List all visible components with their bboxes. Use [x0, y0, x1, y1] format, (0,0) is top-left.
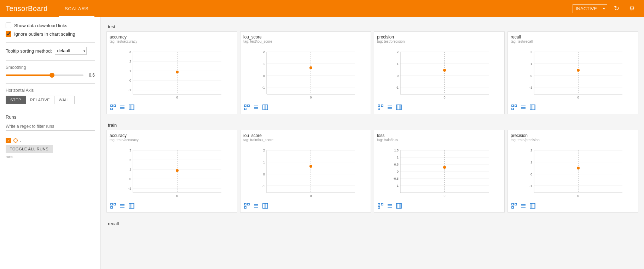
chart-train-iou: iou_score tag: train/iou_score 2 1 — [240, 130, 371, 213]
chart-icon[interactable] — [128, 202, 135, 209]
run-checkbox-all[interactable]: ✓ — [6, 138, 11, 143]
tooltip-row: Tooltip sorting method: default ascendin… — [6, 47, 95, 55]
svg-text:1: 1 — [129, 69, 131, 73]
svg-text:-1: -1 — [529, 86, 532, 89]
chart-area: 2 1 0 -1 0 — [377, 45, 501, 102]
show-download-row[interactable]: Show data download links — [6, 23, 95, 28]
svg-rect-16 — [114, 105, 116, 107]
expand-icon[interactable] — [377, 202, 384, 209]
svg-point-158 — [443, 166, 446, 169]
expand-icon[interactable] — [377, 104, 384, 111]
list-icon[interactable] — [520, 202, 527, 209]
chart-train-precision: precision tag: train/precision 2 1 — [507, 130, 638, 213]
svg-rect-111 — [111, 207, 112, 208]
svg-text:0: 0 — [530, 74, 532, 78]
expand-icon[interactable] — [110, 202, 117, 209]
list-icon[interactable] — [520, 104, 527, 111]
smoothing-slider[interactable] — [6, 74, 83, 76]
header-right: INACTIVEACTIVE ↻ ⚙ — [573, 2, 638, 15]
expand-icon[interactable] — [511, 104, 518, 111]
svg-rect-63 — [378, 108, 380, 110]
nav-scalars[interactable]: SCALARS — [59, 0, 94, 17]
svg-rect-39 — [248, 105, 249, 107]
svg-text:2: 2 — [530, 149, 532, 152]
smoothing-label: Smoothing — [6, 65, 95, 70]
svg-rect-40 — [244, 108, 246, 110]
refresh-button[interactable]: ↻ — [610, 2, 623, 15]
expand-icon[interactable] — [243, 202, 250, 209]
svg-rect-15 — [111, 105, 112, 107]
tooltip-section: Tooltip sorting method: default ascendin… — [6, 47, 95, 55]
chart-icon[interactable] — [262, 202, 269, 209]
chart-test-precision: precision tag: test/precision 2 1 — [374, 31, 505, 114]
svg-point-108 — [176, 169, 179, 172]
svg-rect-182 — [512, 203, 514, 205]
ignore-outliers-checkbox[interactable] — [6, 31, 11, 37]
chart-title: iou_score — [243, 35, 368, 40]
tooltip-select[interactable]: default ascending descending nearest — [55, 47, 87, 55]
chart-icon[interactable] — [529, 202, 536, 209]
chart-area: 2 1 0 -1 0 — [511, 45, 635, 102]
expand-icon[interactable] — [243, 104, 250, 111]
expand-icon[interactable] — [511, 202, 518, 209]
list-icon[interactable] — [253, 202, 260, 209]
svg-point-83 — [577, 69, 580, 72]
chart-area: 1.5 1 0.5 0 -0.5 -1 0 — [377, 143, 501, 201]
axis-step-button[interactable]: STEP — [6, 96, 26, 104]
svg-text:2: 2 — [129, 158, 131, 162]
run-dot[interactable] — [13, 138, 18, 143]
tooltip-select-wrap[interactable]: default ascending descending nearest — [55, 47, 87, 55]
smoothing-section: Smoothing 0.6 — [6, 65, 95, 78]
svg-text:0: 0 — [176, 194, 178, 198]
list-icon[interactable] — [386, 104, 393, 111]
ignore-outliers-row[interactable]: Ignore outliers in chart scaling — [6, 31, 95, 37]
svg-text:-1: -1 — [128, 88, 131, 92]
chart-toolbar — [243, 102, 368, 111]
settings-button[interactable]: ⚙ — [626, 2, 638, 15]
smoothing-row: 0.6 — [6, 73, 95, 78]
svg-text:1: 1 — [397, 62, 399, 66]
runs-filter-input[interactable] — [6, 122, 95, 131]
list-icon[interactable] — [253, 104, 260, 111]
chart-svg: 3 2 1 0 -1 0 — [110, 45, 234, 101]
train-charts-grid: accuracy tag: train/accuracy 3 2 — [106, 130, 638, 213]
divider-2 — [6, 60, 95, 61]
svg-text:2: 2 — [263, 50, 265, 54]
show-download-checkbox[interactable] — [6, 23, 11, 28]
svg-text:1: 1 — [129, 168, 131, 171]
svg-rect-184 — [512, 207, 514, 208]
list-icon[interactable] — [119, 104, 126, 111]
status-select[interactable]: INACTIVEACTIVE — [573, 4, 607, 13]
svg-text:0: 0 — [530, 173, 532, 176]
svg-text:-1: -1 — [396, 184, 399, 187]
toggle-all-button[interactable]: TOGGLE ALL RUNS — [6, 145, 53, 153]
chart-tag: tag: train/iou_score — [243, 138, 368, 142]
chart-icon[interactable] — [395, 104, 402, 111]
runs-footer: runs — [6, 155, 95, 159]
list-icon[interactable] — [119, 202, 126, 209]
expand-icon[interactable] — [110, 104, 117, 111]
chart-icon[interactable] — [262, 104, 269, 111]
runs-section: Runs ✓ . TOGGLE ALL RUNS runs — [6, 114, 95, 159]
chart-toolbar — [377, 102, 501, 111]
svg-text:1: 1 — [397, 156, 399, 159]
chart-title: iou_score — [243, 133, 368, 138]
chart-icon[interactable] — [395, 202, 402, 209]
test-section-title: test — [106, 21, 638, 31]
runs-controls-row: ✓ . — [6, 138, 95, 143]
svg-text:0: 0 — [129, 79, 131, 82]
svg-rect-133 — [248, 203, 249, 205]
chart-icon[interactable] — [529, 104, 536, 111]
svg-text:-1: -1 — [128, 187, 131, 190]
svg-text:0: 0 — [310, 96, 312, 99]
svg-text:0: 0 — [176, 96, 178, 99]
show-download-label: Show data download links — [14, 23, 67, 28]
status-dropdown-wrap[interactable]: INACTIVEACTIVE — [573, 4, 607, 13]
chart-icon[interactable] — [128, 104, 135, 111]
chart-test-iou: iou_score tag: test/iou_score 2 1 — [240, 31, 371, 114]
chart-tag: tag: test/accuracy — [110, 40, 234, 43]
axis-relative-button[interactable]: RELATIVE — [26, 96, 54, 104]
chart-svg: 2 1 0 -1 0 — [511, 45, 635, 101]
list-icon[interactable] — [386, 202, 393, 209]
axis-wall-button[interactable]: WALL — [54, 96, 75, 104]
